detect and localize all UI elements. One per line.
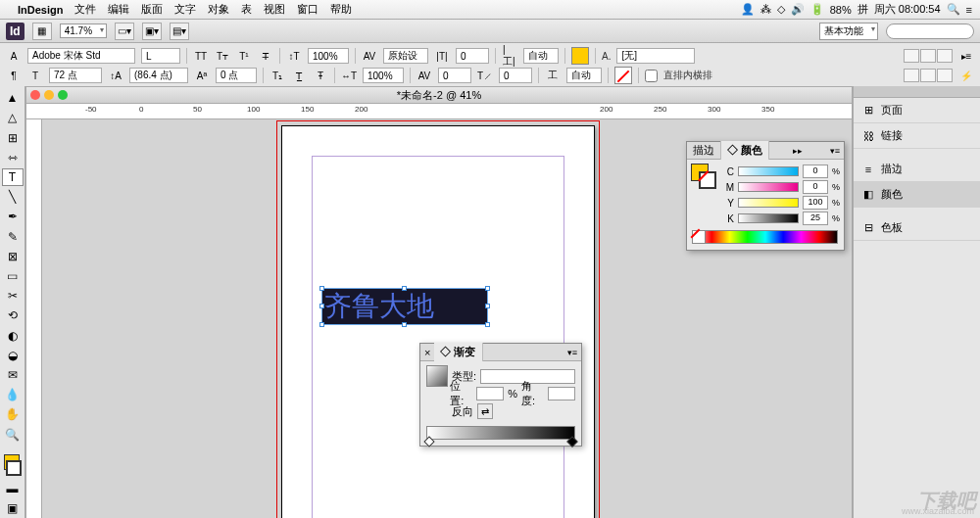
char-mode-icon[interactable]: A [6,48,22,64]
superscript-icon[interactable]: T¹ [236,48,252,64]
stroke-swatch[interactable] [614,67,632,84]
c-slider[interactable] [738,166,799,176]
panel-collapse-icon[interactable]: ▸▸ [789,146,807,156]
pen-tool[interactable]: ✒ [2,208,24,225]
leading-field[interactable]: (86.4 点) [129,68,188,83]
fill-swatch[interactable] [571,47,589,65]
battery-icon[interactable]: 🔋 [810,3,824,16]
hscale-field[interactable]: 100% [308,48,349,64]
page[interactable]: 齐鲁大地 [281,125,595,518]
rectangle-frame-tool[interactable]: ⊠ [2,248,24,265]
gradient-ramp[interactable] [426,426,575,440]
tatechuyoko-checkbox[interactable] [645,70,658,82]
maximize-button[interactable] [58,90,68,100]
horizontal-ruler[interactable]: -50 0 50 100 150 200 200 250 300 350 [25,104,853,119]
stroke-tab[interactable]: 描边 [687,141,721,160]
menu-object[interactable]: 对象 [208,2,229,17]
auto1-field[interactable]: 自动 [523,48,559,64]
panel-close-icon[interactable]: × [420,345,434,360]
transform-tool[interactable]: ⟲ [2,306,24,324]
font-style-field[interactable]: L [141,48,180,64]
vscale-field[interactable]: 100% [363,68,404,83]
bluetooth-icon[interactable]: ⁂ [760,3,771,16]
dock-swatches[interactable]: ⊟ 色板 [854,215,980,241]
gap-tool[interactable]: ⇿ [2,149,24,166]
dock-links[interactable]: ⛓ 链接 [854,123,980,149]
clock[interactable]: 周六 08:00:54 [874,2,941,17]
skew-field[interactable]: 0 [499,68,532,83]
app-name[interactable]: InDesign [18,4,63,16]
zoom-dropdown[interactable]: 41.7% [60,24,107,38]
k-slider[interactable] [738,213,799,223]
align-bottom-button[interactable] [937,49,953,63]
c-value[interactable]: 0 [803,165,828,178]
note-tool[interactable]: ✉ [2,366,24,384]
align-middle-button[interactable] [920,49,936,63]
m-value[interactable]: 0 [803,180,828,194]
m-slider[interactable] [738,182,799,192]
nobreak-icon[interactable]: Ŧ [313,68,328,83]
y-slider[interactable] [738,198,799,208]
font-family-field[interactable]: Adobe 宋体 Std [27,48,135,64]
align-justify-button[interactable] [904,69,919,82]
reverse-button[interactable]: ⇄ [477,403,493,419]
text-frame[interactable]: 齐鲁大地 [321,288,488,325]
gradient-menu-icon[interactable]: ▾≡ [564,348,581,357]
tsume-field[interactable]: 0 [456,48,489,64]
zoom-tool[interactable]: 🔍 [2,425,24,443]
color-tab[interactable]: ◇ 颜色 [721,141,769,160]
menu-help[interactable]: 帮助 [330,2,352,17]
align-center-button[interactable] [920,69,936,82]
align-top-button[interactable] [904,49,919,63]
lightning-icon[interactable]: ⚡ [958,68,974,83]
fill-stroke-toggle[interactable] [2,452,24,477]
subscript-icon[interactable]: T₁ [270,68,285,83]
vertical-ruler[interactable] [26,119,42,518]
menu-edit[interactable]: 编辑 [108,2,129,17]
menu-table[interactable]: 表 [241,2,252,17]
wifi-icon[interactable]: ◇ [777,3,785,16]
bridge-icon[interactable]: ▦ [32,23,52,40]
k-value[interactable]: 25 [803,212,828,225]
menu-layout[interactable]: 版面 [141,2,163,17]
eyedropper-tool[interactable]: 💧 [2,386,24,403]
menu-extras-icon[interactable]: ≡ [966,4,972,16]
close-button[interactable] [30,90,40,100]
tracking-field[interactable]: 0 [438,68,471,83]
panel-menu-icon[interactable]: ▾≡ [826,146,844,156]
pencil-tool[interactable]: ✎ [2,227,24,245]
menu-window[interactable]: 窗口 [297,2,318,17]
text-content[interactable]: 齐鲁大地 [322,289,487,324]
auto2-field[interactable]: 自动 [566,68,602,83]
gradient-feather-tool[interactable]: ◒ [2,347,24,364]
dock-header[interactable] [854,86,980,98]
workspace-dropdown[interactable]: 基本功能 [819,23,878,40]
smallcaps-icon[interactable]: Tᴛ [215,48,230,64]
flyout-icon[interactable]: ▸≡ [958,48,974,64]
kerning-field[interactable]: 原始设 [383,48,428,64]
gradient-tool[interactable]: ◐ [2,326,24,344]
dock-stroke[interactable]: ≡ 描边 [854,157,980,182]
color-panel[interactable]: 描边 ◇ 颜色 ▸▸ ▾≡ C 0 % M 0 % [686,141,845,251]
baseline-field[interactable]: 0 点 [216,68,257,83]
type-tool[interactable]: T [2,168,24,186]
search-input[interactable] [886,24,974,39]
gradient-tab[interactable]: ◇ 渐变 [434,343,482,361]
user-icon[interactable]: 👤 [741,3,755,16]
menu-view[interactable]: 视图 [264,2,285,17]
stroke-proxy[interactable] [699,171,716,189]
y-value[interactable]: 100 [803,196,828,210]
menu-type[interactable]: 文字 [174,2,196,17]
gradient-stop-start[interactable] [423,436,434,447]
font-size-field[interactable]: 72 点 [49,68,102,83]
rectangle-tool[interactable]: ▭ [2,267,24,285]
tt-icon[interactable]: TT [193,48,209,64]
charstyle-field[interactable]: [无] [616,48,695,64]
selection-tool[interactable]: ▲ [2,89,24,107]
position-field[interactable] [476,387,504,400]
volume-icon[interactable]: 🔊 [791,3,805,16]
para-mode-icon[interactable]: ¶ [6,68,22,83]
spectrum-ramp[interactable] [693,230,838,244]
strikethrough-icon[interactable]: T̶ [258,48,273,64]
apply-color-button[interactable]: ▬ [2,480,24,497]
